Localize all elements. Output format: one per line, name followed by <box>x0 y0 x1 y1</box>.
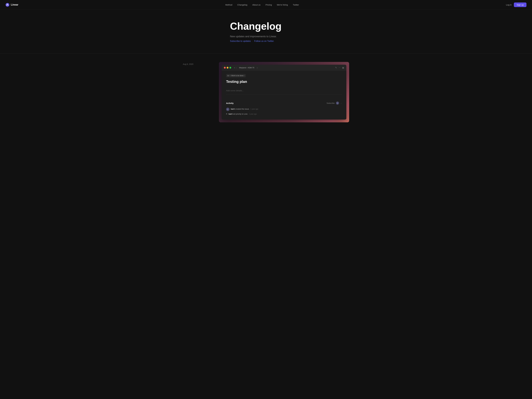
navbar: Linear Method Changelog About us Pricing… <box>0 0 532 10</box>
parent-label: Work to be done › <box>231 75 244 77</box>
titlebar-actions: ✎ ··· ▣ <box>335 66 344 69</box>
nav-hiring[interactable]: We're hiring <box>277 4 288 6</box>
entry-date: Aug 6, 2020 <box>183 62 211 122</box>
minimize-button-dot[interactable] <box>227 67 228 69</box>
activity-action-text: created the issue. <box>235 108 249 110</box>
more-icon[interactable]: ··· <box>339 66 340 69</box>
titlebar-nav: ≡ ‹ <box>234 67 237 69</box>
star-icon[interactable]: ☆ <box>256 67 258 69</box>
menu-icon[interactable]: ≡ <box>234 67 235 69</box>
sub-issue-count: 4 <box>230 75 230 76</box>
hero-subtitle: New updates and improvements to Linear. <box>230 35 349 38</box>
svg-point-0 <box>6 3 9 7</box>
activity-item: k karri created the issue. 1 year ago <box>226 107 342 112</box>
nav-links: Method Changelog About us Pricing We're … <box>225 4 299 6</box>
activity-text: karri created the issue. 1 year ago <box>231 108 342 110</box>
subscribe-link[interactable]: Subscribe to updates <box>230 40 251 42</box>
activity-user: karri <box>228 113 233 115</box>
window-controls <box>224 67 231 69</box>
avatar: k <box>226 108 229 111</box>
activity-section: Activity Subscribe k ··· k <box>226 99 342 116</box>
logo-link[interactable]: Linear <box>6 3 18 7</box>
nav-method[interactable]: Method <box>225 4 232 6</box>
activity-more-icon[interactable]: ··· <box>340 102 342 104</box>
nav-actions: Log in Sign up <box>506 2 526 7</box>
nav-about[interactable]: About us <box>252 4 260 6</box>
copy-icon: ⧉ <box>228 75 229 77</box>
back-icon[interactable]: ‹ <box>236 67 237 69</box>
activity-item: karri set priority to Low. 1 year ago <box>226 112 342 116</box>
nav-twitter[interactable]: Twitter <box>293 4 299 6</box>
issue-title: Testing plan <box>226 80 342 84</box>
activity-user: karri <box>231 108 235 110</box>
changelog-entry: Aug 6, 2020 ≡ ‹ <box>183 62 349 122</box>
close-button-dot[interactable] <box>224 67 226 69</box>
breadcrumb: Weyland › XDM-75 <box>239 67 254 69</box>
signup-button[interactable]: Sign up <box>514 2 526 7</box>
entry-content: ≡ ‹ Weyland › XDM-75 ☆ ✎ ··· ▣ <box>219 62 349 122</box>
priority-value: Low <box>244 113 247 115</box>
activity-actions: Subscribe k ··· <box>327 101 342 105</box>
activity-header: Activity Subscribe k ··· <box>226 101 342 105</box>
login-button[interactable]: Log in <box>506 4 512 6</box>
app-body: ⧉ 4 Work to be done › Testing plan Add s… <box>222 71 346 120</box>
hero-dot: · <box>252 40 253 42</box>
page-title: Changelog <box>230 21 349 32</box>
app-window: ≡ ‹ Weyland › XDM-75 ☆ ✎ ··· ▣ <box>222 65 346 120</box>
split-view-icon[interactable]: ▣ <box>342 66 344 69</box>
activity-text: karri set priority to Low. 1 year ago <box>228 113 342 115</box>
activity-time: 1 year ago <box>248 113 257 115</box>
twitter-link[interactable]: Follow us on Twitter. <box>254 40 274 42</box>
app-screenshot: ≡ ‹ Weyland › XDM-75 ☆ ✎ ··· ▣ <box>219 62 349 122</box>
parent-badge[interactable]: ⧉ 4 Work to be done › <box>226 74 246 77</box>
maximize-button-dot[interactable] <box>229 67 231 69</box>
user-avatar-small: k <box>336 101 339 105</box>
nav-changelog[interactable]: Changelog <box>237 4 247 6</box>
changelog-section: Aug 6, 2020 ≡ ‹ <box>177 54 355 142</box>
activity-title: Activity <box>226 102 234 104</box>
linear-logo-icon <box>6 3 9 7</box>
hero-section: Changelog New updates and improvements t… <box>177 10 355 53</box>
logo-text: Linear <box>11 3 18 6</box>
app-titlebar: ≡ ‹ Weyland › XDM-75 ☆ ✎ ··· ▣ <box>222 65 346 71</box>
nav-pricing[interactable]: Pricing <box>266 4 272 6</box>
hero-links: Subscribe to updates · Follow us on Twit… <box>230 40 349 42</box>
activity-action-text: set priority to <box>233 113 243 115</box>
edit-icon[interactable]: ✎ <box>335 66 337 69</box>
subscribe-activity-button[interactable]: Subscribe <box>327 102 335 104</box>
issue-details-placeholder[interactable]: Add some details... <box>226 87 342 95</box>
priority-icon <box>226 113 227 114</box>
activity-time: 1 year ago <box>250 108 258 110</box>
